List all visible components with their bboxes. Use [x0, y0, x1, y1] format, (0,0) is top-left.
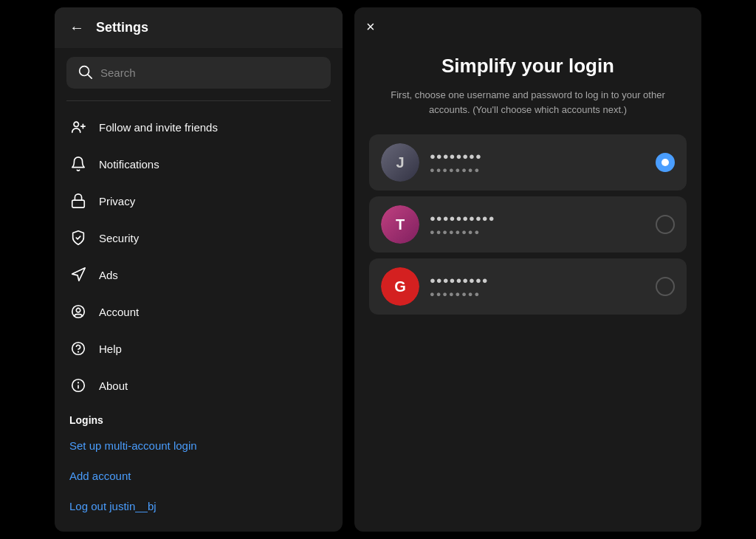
account-name-2: ●●●●●●●●●● [430, 213, 645, 224]
account-password-1: ●●●●●●●● [430, 165, 645, 174]
add-account-link[interactable]: Add account [55, 461, 343, 491]
account-card-3[interactable]: G ●●●●●●●●● ●●●●●●●● [369, 258, 687, 315]
svg-point-8 [72, 343, 85, 355]
shield-icon [69, 229, 87, 247]
close-button[interactable]: × [366, 19, 375, 34]
account-name-1: ●●●●●●●● [430, 151, 645, 162]
menu-list: Follow and invite friends Notifications … [55, 104, 343, 532]
menu-item-account[interactable]: Account [55, 293, 343, 330]
menu-item-about[interactable]: About [55, 367, 343, 404]
account-password-3: ●●●●●●●● [430, 289, 645, 298]
simplify-login-panel: × Simplify your login First, choose one … [354, 7, 701, 532]
menu-item-notifications[interactable]: Notifications [55, 145, 343, 182]
bell-icon [69, 155, 87, 173]
account-card-2[interactable]: T ●●●●●●●●●● ●●●●●●●● [369, 196, 687, 253]
menu-item-help[interactable]: Help [55, 330, 343, 367]
account-password-2: ●●●●●●●● [430, 227, 645, 236]
menu-label-about: About [99, 380, 128, 392]
panel-subtitle: First, choose one username and password … [366, 88, 690, 117]
avatar-3: G [381, 267, 419, 306]
about-icon [69, 377, 87, 394]
search-bar[interactable]: Search [66, 57, 331, 89]
svg-rect-5 [72, 200, 85, 207]
menu-item-privacy[interactable]: Privacy [55, 182, 343, 219]
divider [66, 100, 331, 101]
menu-item-follow[interactable]: Follow and invite friends [55, 109, 343, 145]
menu-label-follow: Follow and invite friends [99, 121, 218, 134]
radio-button-1[interactable] [656, 153, 675, 172]
account-info-2: ●●●●●●●●●● ●●●●●●●● [430, 213, 645, 236]
logout-all-link[interactable]: Log out of all accounts [55, 521, 343, 532]
avatar-2: T [381, 205, 419, 244]
menu-item-ads[interactable]: Ads [55, 256, 343, 293]
settings-panel: ← Settings Search Follow and invite fri [55, 7, 343, 532]
menu-label-help: Help [99, 343, 122, 355]
account-info-3: ●●●●●●●●● ●●●●●●●● [430, 275, 645, 298]
svg-line-1 [88, 75, 92, 78]
menu-label-ads: Ads [99, 269, 118, 281]
settings-title: Settings [96, 20, 148, 35]
account-card-1[interactable]: J ●●●●●●●● ●●●●●●●● [369, 134, 687, 190]
search-icon [77, 63, 93, 82]
menu-item-security[interactable]: Security [55, 219, 343, 256]
lock-icon [69, 192, 87, 210]
search-placeholder: Search [100, 66, 136, 79]
avatar-1: J [381, 143, 419, 182]
account-info-1: ●●●●●●●● ●●●●●●●● [430, 151, 645, 174]
back-button[interactable]: ← [69, 19, 84, 36]
menu-label-account: Account [99, 306, 139, 318]
ads-icon [69, 266, 87, 284]
logout-user-link[interactable]: Log out justin__bj [55, 491, 343, 521]
logins-section-title: Logins [55, 404, 343, 430]
menu-label-security: Security [99, 232, 139, 244]
menu-label-privacy: Privacy [99, 195, 135, 207]
svg-point-7 [76, 308, 80, 312]
settings-header: ← Settings [55, 7, 343, 48]
account-name-3: ●●●●●●●●● [430, 275, 645, 286]
svg-point-2 [74, 122, 78, 126]
account-list: J ●●●●●●●● ●●●●●●●● T ●●●●●●●●●● ●●●●●●●… [366, 134, 690, 315]
panel-title: Simplify your login [366, 55, 690, 78]
account-icon [69, 303, 87, 320]
help-icon [69, 340, 87, 357]
menu-label-notifications: Notifications [99, 158, 159, 171]
follow-icon [69, 118, 87, 136]
radio-button-2[interactable] [656, 215, 675, 234]
multi-account-login-link[interactable]: Set up multi-account login [55, 430, 343, 461]
radio-button-3[interactable] [656, 277, 675, 296]
